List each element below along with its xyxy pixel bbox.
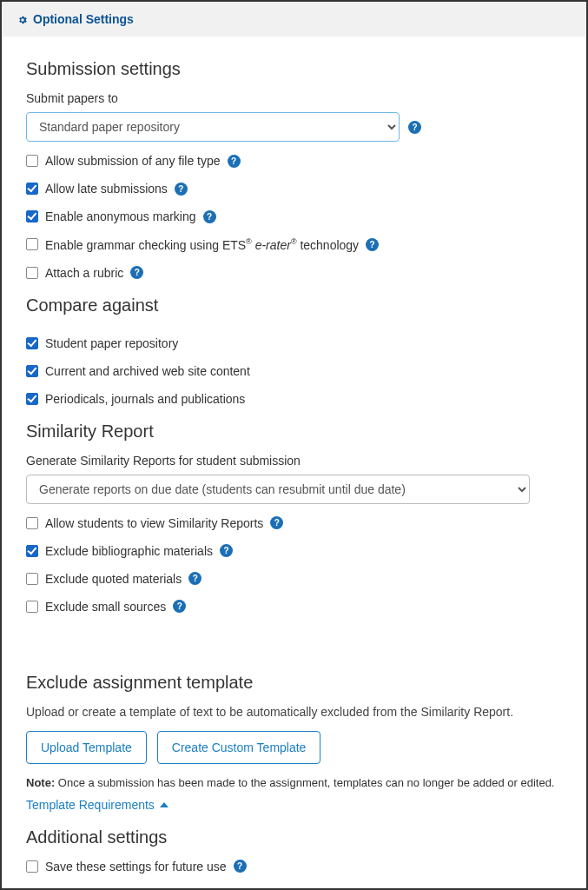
help-icon[interactable]: ?: [173, 600, 186, 613]
chevron-up-icon: [160, 802, 168, 807]
web-content-label: Current and archived web site content: [45, 364, 250, 378]
upload-template-button[interactable]: Upload Template: [26, 731, 147, 764]
web-content-checkbox[interactable]: [26, 365, 38, 377]
submission-settings-heading: Submission settings: [26, 59, 562, 79]
save-future-label: Save these settings for future use: [45, 860, 227, 873]
help-icon[interactable]: ?: [130, 266, 143, 279]
anonymous-marking-checkbox[interactable]: [26, 210, 38, 222]
help-icon[interactable]: ?: [220, 544, 233, 557]
help-icon[interactable]: ?: [228, 155, 241, 168]
help-icon[interactable]: ?: [188, 572, 202, 585]
exclude-template-heading: Exclude assignment template: [26, 673, 562, 693]
additional-settings-heading: Additional settings: [26, 827, 562, 847]
help-icon[interactable]: ?: [270, 516, 283, 529]
similarity-report-heading: Similarity Report: [26, 422, 562, 442]
settings-panel: Optional Settings Submission settings Su…: [0, 0, 588, 890]
help-icon[interactable]: ?: [234, 860, 247, 873]
content-area: Submission settings Submit papers to Sta…: [2, 37, 586, 890]
allow-view-checkbox[interactable]: [26, 517, 38, 529]
generate-reports-label: Generate Similarity Reports for student …: [26, 454, 562, 468]
exclude-biblio-label: Exclude bibliographic materials: [45, 544, 213, 558]
grammar-check-label: Enable grammar checking using ETS® e-rat…: [45, 237, 359, 252]
save-future-checkbox[interactable]: [26, 860, 38, 873]
help-icon[interactable]: ?: [175, 183, 188, 196]
exclude-small-label: Exclude small sources: [45, 600, 166, 614]
help-icon[interactable]: ?: [366, 238, 379, 251]
student-repo-label: Student paper repository: [45, 336, 178, 350]
allow-any-filetype-checkbox[interactable]: [26, 155, 38, 167]
submit-papers-label: Submit papers to: [26, 91, 562, 105]
allow-late-label: Allow late submissions: [45, 182, 168, 196]
grammar-check-checkbox[interactable]: [26, 238, 38, 250]
periodicals-label: Periodicals, journals and publications: [45, 392, 245, 406]
submit-papers-select[interactable]: Standard paper repository: [26, 112, 400, 142]
exclude-quoted-label: Exclude quoted materials: [45, 572, 182, 586]
template-note: Note: Once a submission has been made to…: [26, 776, 562, 789]
help-icon[interactable]: ?: [203, 210, 216, 223]
exclude-biblio-checkbox[interactable]: [26, 545, 38, 557]
student-repo-checkbox[interactable]: [26, 337, 38, 349]
gear-icon: [17, 14, 28, 24]
allow-view-label: Allow students to view Similarity Report…: [45, 516, 263, 530]
help-icon[interactable]: ?: [408, 121, 421, 134]
allow-late-checkbox[interactable]: [26, 183, 38, 195]
exclude-quoted-checkbox[interactable]: [26, 573, 38, 585]
attach-rubric-checkbox[interactable]: [26, 267, 38, 279]
exclude-template-desc: Upload or create a template of text to b…: [26, 705, 562, 719]
exclude-small-checkbox[interactable]: [26, 601, 38, 613]
periodicals-checkbox[interactable]: [26, 393, 38, 405]
header-title: Optional Settings: [33, 12, 134, 26]
compare-against-heading: Compare against: [26, 296, 562, 315]
anonymous-marking-label: Enable anonymous marking: [45, 209, 196, 223]
generate-reports-select[interactable]: Generate reports on due date (students c…: [26, 475, 530, 504]
attach-rubric-label: Attach a rubric: [45, 266, 123, 280]
optional-settings-header: Optional Settings: [2, 2, 586, 37]
allow-any-filetype-label: Allow submission of any file type: [45, 154, 221, 168]
template-requirements-toggle[interactable]: Template Requirements: [26, 798, 168, 812]
create-custom-template-button[interactable]: Create Custom Template: [157, 731, 321, 764]
